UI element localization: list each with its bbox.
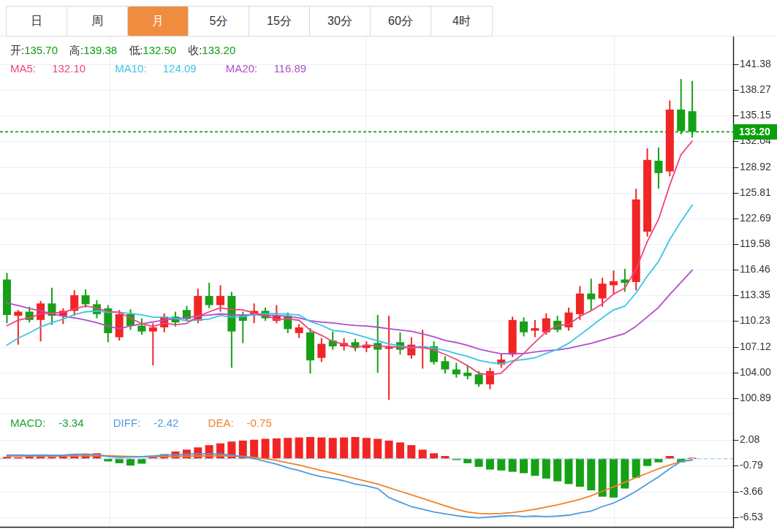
chart-canvas[interactable] [0, 0, 777, 532]
tab-month[interactable]: 月 [128, 7, 189, 36]
macd-value: MACD:-3.34 [10, 417, 97, 429]
close-label: 收: [188, 44, 202, 56]
open-value: 135.70 [24, 44, 58, 56]
ma-row: MA5: 132.10 MA10: 124.09 MA20: 116.89 [10, 62, 333, 75]
tab-week[interactable]: 周 [67, 7, 128, 36]
price-axis-label: 122.69 [740, 212, 771, 224]
tab-day[interactable]: 日 [7, 7, 67, 36]
ma20-value: MA20: 116.89 [226, 62, 319, 75]
ma5-value: MA5: 132.10 [10, 62, 99, 75]
tab-30min[interactable]: 30分 [310, 7, 371, 36]
macd-axis-label: 2.08 [740, 433, 759, 445]
tab-15min[interactable]: 15分 [249, 7, 310, 36]
price-axis-label: 116.46 [740, 263, 770, 275]
open-label: 开: [10, 44, 24, 56]
price-axis-label: 113.35 [740, 289, 770, 300]
low-value: 132.50 [143, 44, 176, 56]
close-value: 133.20 [202, 44, 235, 56]
price-axis-label: 138.27 [740, 83, 771, 95]
tab-4hour[interactable]: 4时 [431, 7, 492, 36]
high-label: 高: [69, 44, 83, 56]
price-axis-label: 119.58 [740, 238, 770, 249]
ma10-value: MA10: 124.09 [115, 62, 209, 75]
price-axis-label: 135.15 [740, 109, 771, 121]
price-axis-label: 104.00 [740, 366, 771, 378]
tab-5min[interactable]: 5分 [189, 7, 249, 36]
price-axis-label: 125.81 [740, 186, 771, 198]
macd-row: MACD:-3.34 DIFF:-2.42 DEA:-0.75 [10, 417, 298, 429]
price-axis-label: 100.89 [740, 392, 771, 403]
high-value: 139.38 [83, 44, 117, 56]
current-price-badge: 133.20 [733, 124, 777, 140]
diff-value: DIFF:-2.42 [113, 417, 192, 429]
low-label: 低: [129, 44, 143, 56]
macd-axis-label: -6.53 [740, 511, 763, 522]
dea-value: DEA:-0.75 [208, 417, 285, 429]
macd-axis-label: -3.66 [740, 485, 763, 497]
price-axis-label: 110.23 [740, 314, 770, 326]
price-axis-label: 107.12 [740, 341, 771, 352]
price-axis-label: 128.92 [740, 161, 771, 172]
price-axis-label: 141.38 [740, 58, 771, 69]
macd-axis-label: -0.79 [740, 459, 763, 471]
tab-60min[interactable]: 60分 [371, 7, 431, 36]
ohlc-row: 开:135.70高:139.38低:132.50收:133.20 [10, 44, 247, 58]
tab-bar: 日 周 月 5分 15分 30分 60分 4时 [6, 6, 493, 37]
